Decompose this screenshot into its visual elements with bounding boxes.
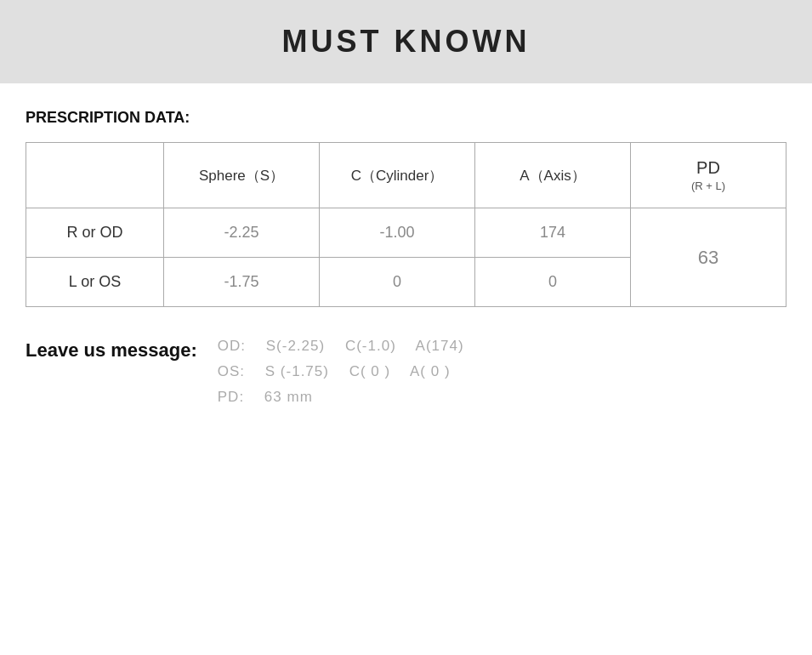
col-header-sphere: Sphere（S） (164, 143, 320, 208)
os-prefix: OS: (218, 363, 245, 379)
leave-message-section: Leave us message: OD: S(-2.25) C(-1.0) A… (26, 338, 786, 406)
message-line-os: OS: S (-1.75) C( 0 ) A( 0 ) (218, 363, 480, 380)
page-title: MUST KNOWN (282, 24, 531, 59)
col-header-axis: A（Axis） (475, 143, 631, 208)
table-row: R or OD -2.25 -1.00 174 63 (26, 208, 786, 258)
leave-message-label: Leave us message: (26, 338, 197, 362)
pd-combined-value: 63 (630, 208, 786, 307)
row-od-axis: 174 (475, 208, 631, 258)
pd-label-sub: (R + L) (639, 179, 777, 192)
os-c: C( 0 ) (349, 363, 391, 379)
row-os-label: L or OS (26, 258, 164, 307)
row-os-sphere: -1.75 (164, 258, 320, 307)
col-header-cylinder: C（Cylinder） (320, 143, 475, 208)
row-os-axis: 0 (475, 258, 631, 307)
col-header-label (26, 143, 164, 208)
main-content: PRESCRIPTION DATA: Sphere（S） C（Cylinder）… (0, 109, 812, 406)
row-od-sphere: -2.25 (164, 208, 320, 258)
section-label: PRESCRIPTION DATA: (26, 109, 786, 127)
os-s: S (-1.75) (265, 363, 329, 379)
pd-label-main: PD (639, 158, 777, 178)
od-c: C(-1.0) (345, 338, 396, 354)
col-header-pd: PD (R + L) (630, 143, 786, 208)
prescription-table: Sphere（S） C（Cylinder） A（Axis） PD (R + L)… (26, 142, 786, 307)
pd-mm: 63 mm (264, 389, 313, 405)
row-os-cylinder: 0 (320, 258, 475, 307)
message-line-od: OD: S(-2.25) C(-1.0) A(174) (218, 338, 480, 355)
row-od-cylinder: -1.00 (320, 208, 475, 258)
table-header-row: Sphere（S） C（Cylinder） A（Axis） PD (R + L) (26, 143, 786, 208)
od-a: A(174) (416, 338, 464, 354)
pd-prefix: PD: (218, 389, 244, 405)
message-line-pd: PD: 63 mm (218, 389, 480, 406)
os-a: A( 0 ) (410, 363, 451, 379)
row-od-label: R or OD (26, 208, 164, 258)
od-s: S(-2.25) (266, 338, 325, 354)
od-prefix: OD: (218, 338, 246, 354)
header-banner: MUST KNOWN (0, 0, 812, 83)
message-lines: OD: S(-2.25) C(-1.0) A(174) OS: S (-1.75… (218, 338, 480, 406)
